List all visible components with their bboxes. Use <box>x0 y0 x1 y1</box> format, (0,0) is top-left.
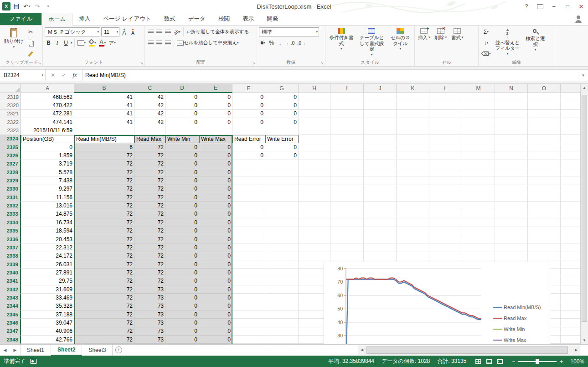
cell-C2338[interactable]: 72 <box>134 252 165 260</box>
cell-A2326[interactable]: 1.859 <box>21 151 74 160</box>
cell-A2341[interactable]: 29.75 <box>21 277 74 285</box>
cell-D2333[interactable]: 0 <box>165 210 199 218</box>
cell-A2343[interactable]: 33.469 <box>21 294 74 302</box>
cell-M2323[interactable] <box>462 126 495 134</box>
cell-E2346[interactable]: 0 <box>199 319 232 327</box>
cell-D2327[interactable]: 0 <box>165 160 199 168</box>
cell-K2336[interactable] <box>397 235 429 243</box>
cell-D2340[interactable]: 0 <box>165 269 199 277</box>
cell-B2319[interactable]: 41 <box>74 93 134 101</box>
col-header-E[interactable]: E <box>199 84 232 93</box>
row-header-2341[interactable]: 2341 <box>0 277 21 285</box>
cell-B2323[interactable] <box>74 126 134 134</box>
vertical-scroll-thumb[interactable] <box>582 95 587 322</box>
cell-G2340[interactable] <box>265 269 299 277</box>
cell-G2322[interactable]: 0 <box>265 118 299 126</box>
cell-F2344[interactable] <box>232 302 265 310</box>
new-sheet-button[interactable]: + <box>113 345 124 356</box>
cell-H2329[interactable] <box>299 176 330 185</box>
delete-cells-button[interactable]: ✕ 削除▾ <box>433 27 449 57</box>
cell-L2327[interactable] <box>429 160 462 168</box>
cell-L2326[interactable] <box>429 151 462 160</box>
conditional-formatting-button[interactable]: 条件付き書式 ▾ <box>327 27 356 57</box>
cell-C2326[interactable]: 72 <box>134 151 165 160</box>
cell-A2347[interactable]: 40.906 <box>21 327 74 336</box>
cell-C2323[interactable] <box>134 126 165 134</box>
cell-B2333[interactable]: 72 <box>74 210 134 218</box>
sheet-tab-sheet1[interactable]: Sheet1 <box>20 345 51 356</box>
zoom-level[interactable]: 100% <box>570 358 584 365</box>
zoom-in-button[interactable]: + <box>560 358 563 365</box>
cell-A2319[interactable]: 468.562 <box>21 93 74 101</box>
cell-A2342[interactable]: 31.609 <box>21 285 74 294</box>
cell-D2323[interactable] <box>165 126 199 134</box>
cell-B2346[interactable]: 72 <box>74 319 134 327</box>
cell-K2328[interactable] <box>397 168 429 176</box>
cell-F2321[interactable]: 0 <box>232 110 265 118</box>
cell-partial-2342[interactable] <box>561 285 580 294</box>
cell-B2320[interactable]: 41 <box>74 101 134 109</box>
orientation-button[interactable]: ab▾ <box>173 27 181 36</box>
cell-C2345[interactable]: 73 <box>134 310 165 319</box>
cell-partial-2326[interactable] <box>561 151 580 160</box>
cell-K2333[interactable] <box>397 210 429 218</box>
cell-L2334[interactable] <box>429 218 462 227</box>
cell-I2332[interactable] <box>330 202 364 210</box>
cell-J2332[interactable] <box>364 202 397 210</box>
cell-F2332[interactable] <box>232 202 265 210</box>
cell-E2336[interactable]: 0 <box>199 235 232 243</box>
cell-G2336[interactable] <box>265 235 299 243</box>
cell-A2323[interactable]: 2015/10/11 6:59 <box>21 126 74 134</box>
font-size-select[interactable]: 11▾ <box>101 27 119 36</box>
cell-N2319[interactable] <box>495 93 528 101</box>
col-header-L[interactable]: L <box>429 84 462 93</box>
cell-B2336[interactable]: 72 <box>74 235 134 243</box>
cell-H2333[interactable] <box>299 210 330 218</box>
font-color-button[interactable]: A▾ <box>98 38 107 47</box>
scroll-up-arrow[interactable]: ▲ <box>581 84 588 91</box>
col-header-I[interactable]: I <box>330 84 364 93</box>
cell-D2344[interactable]: 0 <box>165 302 199 310</box>
cell-partial-2319[interactable] <box>561 93 580 101</box>
cell-partial-2338[interactable] <box>561 252 580 260</box>
cell-B2325[interactable]: 6 <box>74 143 134 151</box>
formula-input[interactable]: Read Min(MB/S) <box>83 70 578 81</box>
cell-B2342[interactable]: 72 <box>74 285 134 294</box>
cell-F2343[interactable] <box>232 294 265 302</box>
cell-L2319[interactable] <box>429 93 462 101</box>
cell-M2334[interactable] <box>462 218 495 227</box>
cell-F2347[interactable] <box>232 327 265 336</box>
row-header-2345[interactable]: 2345 <box>0 310 21 319</box>
cell-M2322[interactable] <box>462 118 495 126</box>
tab-developer[interactable]: 開発 <box>260 13 284 25</box>
cell-B2344[interactable]: 72 <box>74 302 134 310</box>
cell-L2331[interactable] <box>429 193 462 202</box>
cell-E2332[interactable]: 0 <box>199 202 232 210</box>
cell-B2340[interactable]: 72 <box>74 269 134 277</box>
cell-partial-2324[interactable] <box>561 135 580 143</box>
cell-B2338[interactable]: 72 <box>74 252 134 260</box>
cell-G2327[interactable] <box>265 160 299 168</box>
cell-C2332[interactable]: 72 <box>134 202 165 210</box>
cell-partial-2328[interactable] <box>561 168 580 176</box>
cell-A2322[interactable]: 474.141 <box>21 118 74 126</box>
cell-O2327[interactable] <box>528 160 561 168</box>
cell-L2321[interactable] <box>429 110 462 118</box>
cell-O2326[interactable] <box>528 151 561 160</box>
embedded-chart[interactable]: 0102030405060708011631466176911061211361… <box>324 262 550 344</box>
cell-E2348[interactable]: 0 <box>199 336 232 344</box>
row-header-2328[interactable]: 2328 <box>0 168 21 176</box>
normal-view-button[interactable] <box>474 357 483 366</box>
row-header-2332[interactable]: 2332 <box>0 202 21 210</box>
cell-G2341[interactable] <box>265 277 299 285</box>
cell-partial-2323[interactable] <box>561 126 580 134</box>
cell-H2335[interactable] <box>299 227 330 235</box>
cell-G2343[interactable] <box>265 294 299 302</box>
cell-C2348[interactable]: 73 <box>134 336 165 344</box>
cell-I2326[interactable] <box>330 151 364 160</box>
cell-A2325[interactable]: 0 <box>21 143 74 151</box>
fill-button[interactable]: ↓▾ <box>480 38 491 47</box>
cell-L2332[interactable] <box>429 202 462 210</box>
cell-E2325[interactable]: 0 <box>199 143 232 151</box>
cell-G2332[interactable] <box>265 202 299 210</box>
